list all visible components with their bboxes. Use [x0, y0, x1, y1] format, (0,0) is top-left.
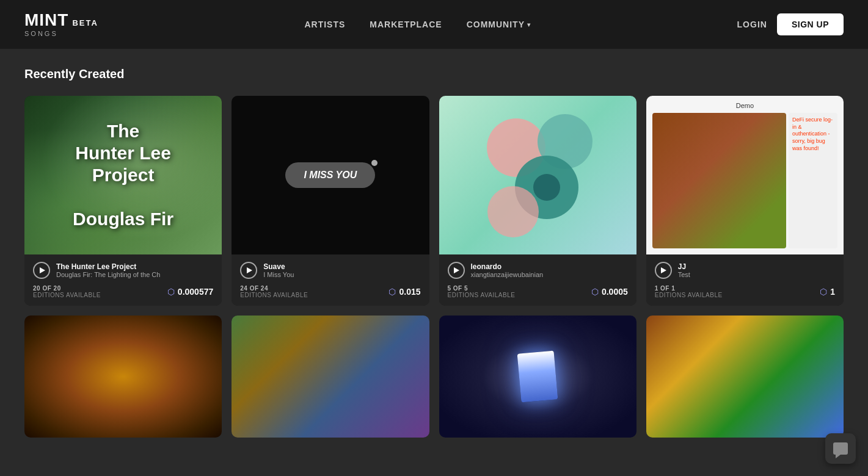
nav-artists[interactable]: ARTISTS [304, 20, 345, 29]
card-grid-row1: TheHunter LeeProjectDouglas Fir The Hunt… [24, 96, 844, 306]
logo-mint: MINT [24, 12, 68, 29]
play-icon-1 [40, 267, 45, 273]
logo-songs: SONGS [24, 30, 98, 37]
nav-community[interactable]: COMMUNITY ▾ [467, 20, 531, 29]
nav-actions: LOGIN SIGN UP [737, 13, 844, 35]
play-button-2[interactable] [240, 262, 257, 279]
price-value-4: 1 [830, 287, 835, 297]
card-image-1: TheHunter LeeProjectDouglas Fir [24, 96, 222, 254]
card-info-3: leonardo xiangtianzaijiewubainian 5 OF 5… [439, 254, 636, 306]
card-image-3 [439, 96, 636, 254]
price-3: ⬡ 0.0005 [591, 287, 628, 297]
artist-name-1: The Hunter Lee Project [56, 262, 213, 271]
eth-icon-4: ⬡ [820, 287, 827, 297]
light-effect [517, 351, 558, 403]
play-button-4[interactable] [655, 262, 672, 279]
bubbles-svg [476, 108, 599, 242]
grasshopper-image [652, 113, 786, 248]
card-image-7 [439, 316, 636, 438]
track-info-1: The Hunter Lee Project Douglas Fir: The … [56, 262, 213, 278]
svg-point-4 [487, 186, 539, 237]
track-name-1: Douglas Fir: The Lighting of the Ch [56, 271, 213, 278]
main-content: Recently Created TheHunter LeeProjectDou… [0, 49, 868, 456]
card-8[interactable] [646, 316, 844, 438]
play-icon-2 [247, 267, 252, 273]
defi-text-box: DeFi secure log-in & outhentication - so… [789, 113, 837, 248]
demo-label: Demo [736, 102, 754, 109]
chat-icon [833, 442, 848, 455]
card-image-4: Demo DeFi secure log-in & outhentication… [646, 96, 844, 254]
card-footer-1: 20 OF 20 EDITIONS AVAILABLE ⬡ 0.000577 [33, 285, 213, 298]
track-name-4: Test [678, 271, 835, 278]
card-5[interactable] [24, 316, 222, 438]
card-hunter-lee[interactable]: TheHunter LeeProjectDouglas Fir The Hunt… [24, 96, 222, 306]
artist-name-3: leonardo [471, 262, 628, 271]
play-icon-3 [454, 267, 459, 273]
card-image-6 [232, 316, 429, 438]
artist-name-2: Suave [263, 262, 420, 271]
header: MINT BETA SONGS ARTISTS MARKETPLACE COMM… [0, 0, 868, 49]
card-footer-3: 5 OF 5 EDITIONS AVAILABLE ⬡ 0.0005 [448, 285, 628, 298]
editions-2: 24 OF 24 EDITIONS AVAILABLE [240, 285, 308, 298]
price-value-2: 0.015 [399, 287, 420, 297]
card-7[interactable] [439, 316, 636, 438]
editions-3: 5 OF 5 EDITIONS AVAILABLE [448, 285, 516, 298]
play-button-1[interactable] [33, 262, 50, 279]
nav-marketplace[interactable]: MARKETPLACE [370, 20, 442, 29]
card-suave[interactable]: I MISS YOU Suave I Miss You 24 OF 2 [232, 96, 429, 306]
logo-beta: BETA [72, 18, 98, 27]
miss-you-label: I MISS YOU [285, 162, 375, 188]
card-leonardo[interactable]: leonardo xiangtianzaijiewubainian 5 OF 5… [439, 96, 636, 306]
price-1: ⬡ 0.000577 [167, 287, 213, 297]
logo[interactable]: MINT BETA SONGS [24, 12, 98, 37]
play-icon-4 [661, 267, 666, 273]
editions-1: 20 OF 20 EDITIONS AVAILABLE [33, 285, 101, 298]
nav: ARTISTS MARKETPLACE COMMUNITY ▾ [304, 20, 531, 29]
price-value-3: 0.0005 [602, 287, 628, 297]
eth-icon-2: ⬡ [388, 287, 396, 297]
section-title: Recently Created [24, 67, 844, 81]
artist-name-4: JJ [678, 262, 835, 271]
price-2: ⬡ 0.015 [388, 287, 420, 297]
track-info-3: leonardo xiangtianzaijiewubainian [471, 262, 628, 278]
card-image-1-text: TheHunter LeeProjectDouglas Fir [60, 108, 186, 242]
card-info-2: Suave I Miss You 24 OF 24 EDITIONS AVAIL… [232, 254, 429, 306]
card-6[interactable] [232, 316, 429, 438]
card-image-2: I MISS YOU [232, 96, 429, 254]
track-info-4: JJ Test [678, 262, 835, 278]
price-4: ⬡ 1 [820, 287, 835, 297]
track-name-2: I Miss You [263, 271, 420, 278]
login-button[interactable]: LOGIN [737, 20, 767, 29]
editions-4: 1 OF 1 EDITIONS AVAILABLE [655, 285, 723, 298]
svg-point-3 [533, 174, 560, 201]
demo-inner: DeFi secure log-in & outhentication - so… [652, 113, 837, 248]
card-grid-row2 [24, 316, 844, 438]
eth-icon-3: ⬡ [591, 287, 599, 297]
card-footer-4: 1 OF 1 EDITIONS AVAILABLE ⬡ 1 [655, 285, 835, 298]
card-info-1: The Hunter Lee Project Douglas Fir: The … [24, 254, 222, 306]
eth-icon-1: ⬡ [167, 287, 175, 297]
chevron-down-icon: ▾ [527, 21, 531, 28]
card-footer-2: 24 OF 24 EDITIONS AVAILABLE ⬡ 0.015 [240, 285, 420, 298]
chat-button[interactable] [825, 433, 856, 464]
signup-button[interactable]: SIGN UP [777, 13, 844, 35]
track-name-3: xiangtianzaijiewubainian [471, 271, 628, 278]
card-info-4: JJ Test 1 OF 1 EDITIONS AVAILABLE ⬡ 1 [646, 254, 844, 306]
play-button-3[interactable] [448, 262, 465, 279]
track-info-2: Suave I Miss You [263, 262, 420, 278]
card-image-5 [24, 316, 222, 438]
card-jj[interactable]: Demo DeFi secure log-in & outhentication… [646, 96, 844, 306]
card-image-8 [646, 316, 844, 438]
price-value-1: 0.000577 [178, 287, 213, 297]
